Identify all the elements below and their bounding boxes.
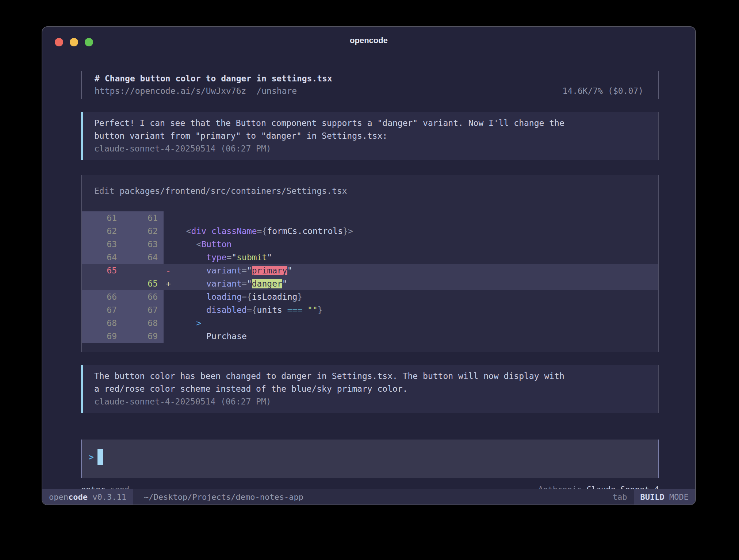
session-header: # Change button color to danger in setti…: [81, 71, 659, 99]
diff-row: 6666 loading={isLoading}: [82, 290, 658, 303]
diff-row: 6767 disabled={units === ""}: [82, 303, 658, 317]
diff-row: 6464 type="submit": [82, 251, 658, 264]
app-window: opencode # Change button color to danger…: [42, 26, 696, 505]
status-bar: opencode v0.3.11 ~/Desktop/Projects/demo…: [42, 489, 695, 505]
text-cursor: [97, 449, 103, 465]
title-bar: opencode: [42, 27, 695, 53]
tool-label: Edit: [94, 184, 114, 197]
diff-row: 6969 Purchase: [82, 330, 658, 343]
message-meta: claude-sonnet-4-20250514 (06:27 PM): [94, 395, 644, 408]
message-text: a red/rose color scheme instead of the b…: [94, 383, 644, 395]
diff-row: 6363 <Button: [82, 238, 658, 251]
token-cost-stats: 14.6K/7% ($0.07): [562, 85, 643, 97]
tab-key-hint: tab: [613, 492, 627, 502]
message-text: button variant from "primary" to "danger…: [94, 130, 644, 142]
app-version-chip: opencode v0.3.11: [42, 489, 133, 505]
window-title: opencode: [42, 36, 695, 45]
diff-row: 65+ variant="danger": [82, 277, 658, 290]
edited-file-path: packages/frontend/src/containers/Setting…: [119, 184, 347, 197]
diff-row: 6262 <div className={formCs.controls}>: [82, 225, 658, 238]
message-meta: claude-sonnet-4-20250514 (06:27 PM): [94, 142, 644, 155]
mode-secondary: MODE: [669, 492, 689, 502]
mode-primary: BUILD: [640, 492, 665, 502]
message-text: Perfect! I can see that the Button compo…: [94, 117, 644, 130]
assistant-message: Perfect! I can see that the Button compo…: [81, 112, 659, 160]
working-directory: ~/Desktop/Projects/demo-notes-app: [144, 492, 303, 502]
edit-tool-card: Edit packages/frontend/src/containers/Se…: [81, 175, 659, 352]
prompt-symbol: >: [89, 449, 94, 465]
app-name-prefix: open: [49, 492, 68, 502]
assistant-message: The button color has been changed to dan…: [81, 365, 659, 413]
prompt-input[interactable]: >: [81, 440, 659, 478]
diff-row: 6868 >: [82, 317, 658, 330]
unshare-command[interactable]: /unshare: [256, 85, 297, 97]
session-title: # Change button color to danger in setti…: [95, 72, 643, 85]
app-name-suffix: code: [68, 492, 88, 502]
share-url[interactable]: https://opencode.ai/s/UwJxv76z: [95, 85, 246, 97]
diff-table: 61616262 <div className={formCs.controls…: [82, 211, 658, 343]
message-text: The button color has been changed to dan…: [94, 370, 644, 383]
diff-row: 6161: [82, 211, 658, 225]
diff-row: 65- variant="primary": [82, 264, 658, 277]
mode-toggle[interactable]: BUILD MODE: [634, 489, 695, 505]
app-version: v0.3.11: [92, 492, 126, 502]
